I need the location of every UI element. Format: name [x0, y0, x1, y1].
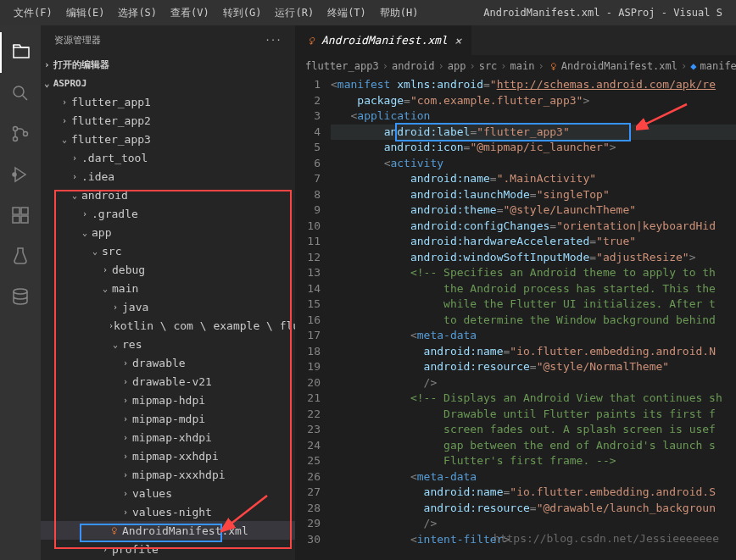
- tree-item[interactable]: ›kotlin \ com \ example \ flutter_app3: [41, 316, 295, 335]
- tree-item[interactable]: ⌄src: [41, 241, 295, 260]
- svg-rect-7: [21, 208, 28, 214]
- sidebar-title: 资源管理器: [54, 34, 101, 47]
- tree-item[interactable]: ›mipmap-xhdpi: [41, 428, 295, 446]
- tree-item[interactable]: ›flutter_app1: [41, 92, 295, 111]
- breadcrumb-part[interactable]: manifest: [700, 60, 736, 72]
- tree-item[interactable]: ›profile: [41, 540, 295, 558]
- tree-item[interactable]: ›java: [41, 297, 295, 316]
- menubar: 文件(F)编辑(E)选择(S)查看(V)转到(G)运行(R)终端(T)帮助(H)…: [0, 0, 736, 25]
- close-icon[interactable]: ×: [454, 34, 461, 47]
- svg-point-5: [13, 173, 16, 176]
- svg-point-0: [14, 86, 24, 97]
- tree-item[interactable]: ⌄android: [41, 186, 295, 204]
- menu-item[interactable]: 终端(T): [321, 6, 373, 20]
- tree-item[interactable]: ›values-night: [41, 502, 295, 521]
- svg-line-1: [23, 96, 28, 101]
- explorer-icon[interactable]: [0, 32, 41, 73]
- tree-item[interactable]: ›.dart_tool: [41, 148, 295, 167]
- tree-item[interactable]: ›mipmap-mdpi: [41, 409, 295, 428]
- menu-item[interactable]: 编辑(E): [59, 6, 112, 20]
- code-content[interactable]: <manifest xmlns:android="http://schemas.…: [331, 77, 736, 560]
- tree-item[interactable]: ›mipmap-xxxhdpi: [41, 465, 295, 484]
- explorer-sidebar: 资源管理器 ··· ›打开的编辑器 ⌄ASPROJ ›flutter_app1›…: [41, 25, 295, 560]
- svg-point-4: [24, 132, 28, 136]
- breadcrumb-part[interactable]: flutter_app3: [305, 60, 379, 72]
- breadcrumb-part[interactable]: android: [392, 60, 435, 72]
- svg-point-2: [14, 127, 18, 131]
- breadcrumb-part[interactable]: src: [479, 60, 498, 72]
- xml-file-icon: ⧬: [305, 34, 316, 47]
- tree-item[interactable]: ›.idea: [41, 167, 295, 186]
- breadcrumb-part[interactable]: AndroidManifest.xml: [561, 60, 677, 72]
- tree-item[interactable]: ›mipmap-hdpi: [41, 391, 295, 409]
- editor-area: ⧬ AndroidManifest.xml × flutter_app3›and…: [295, 25, 736, 560]
- tree-item[interactable]: ›values: [41, 484, 295, 502]
- tree-item[interactable]: ›drawable-v21: [41, 372, 295, 391]
- search-icon[interactable]: [0, 73, 41, 114]
- window-title: AndroidManifest.xml - ASProj - Visual S: [483, 7, 729, 19]
- tree-item[interactable]: ›flutter_app2: [41, 111, 295, 130]
- menu-item[interactable]: 查看(V): [164, 6, 216, 20]
- tree-item[interactable]: ⌄app: [41, 223, 295, 241]
- tree-item[interactable]: ›.gradle: [41, 204, 295, 223]
- project-header[interactable]: ⌄ASPROJ: [41, 74, 295, 92]
- svg-rect-8: [13, 216, 20, 223]
- sidebar-header: 资源管理器 ···: [41, 25, 295, 55]
- menu-item[interactable]: 运行(R): [268, 6, 321, 20]
- svg-rect-9: [21, 216, 28, 223]
- breadcrumb-part[interactable]: main: [510, 60, 535, 72]
- activity-bar: [0, 25, 41, 560]
- testing-icon[interactable]: [0, 236, 41, 276]
- tab-bar: ⧬ AndroidManifest.xml ×: [295, 25, 736, 55]
- source-control-icon[interactable]: [0, 114, 41, 154]
- breadcrumbs[interactable]: flutter_app3›android›app›src›main›⧬Andro…: [295, 55, 736, 77]
- tree-item[interactable]: ⌄flutter_app3: [41, 130, 295, 148]
- watermark: https://blog.csdn.net/Jessieeeeeee: [493, 532, 719, 545]
- menu-item[interactable]: 选择(S): [111, 6, 164, 20]
- file-tree[interactable]: ›flutter_app1›flutter_app2⌄flutter_app3›…: [41, 92, 295, 560]
- tree-item[interactable]: ⌄res: [41, 335, 295, 353]
- line-numbers: 1234567891011121314151617181920212223242…: [295, 77, 331, 560]
- database-icon[interactable]: [0, 276, 41, 317]
- tab-filename: AndroidManifest.xml: [321, 34, 448, 47]
- extensions-icon[interactable]: [0, 195, 41, 236]
- open-editors-header[interactable]: ›打开的编辑器: [41, 55, 295, 74]
- tree-item[interactable]: ›mipmap-xxhdpi: [41, 446, 295, 465]
- menu-item[interactable]: 转到(G): [216, 6, 269, 20]
- svg-point-3: [14, 137, 18, 141]
- menu-item[interactable]: 文件(F): [7, 6, 59, 20]
- tab-androidmanifest[interactable]: ⧬ AndroidManifest.xml ×: [295, 25, 472, 55]
- debug-icon[interactable]: [0, 154, 41, 195]
- tree-item[interactable]: ›debug: [41, 260, 295, 279]
- tree-item[interactable]: ⌄main: [41, 279, 295, 297]
- code-editor[interactable]: 1234567891011121314151617181920212223242…: [295, 77, 736, 560]
- tree-item[interactable]: ›drawable: [41, 353, 295, 372]
- breadcrumb-part[interactable]: app: [448, 60, 466, 72]
- svg-point-10: [14, 289, 27, 294]
- svg-rect-6: [13, 208, 20, 214]
- menu-item[interactable]: 帮助(H): [373, 6, 426, 20]
- more-icon[interactable]: ···: [265, 35, 282, 46]
- tree-item[interactable]: ⧬AndroidManifest.xml: [41, 521, 295, 540]
